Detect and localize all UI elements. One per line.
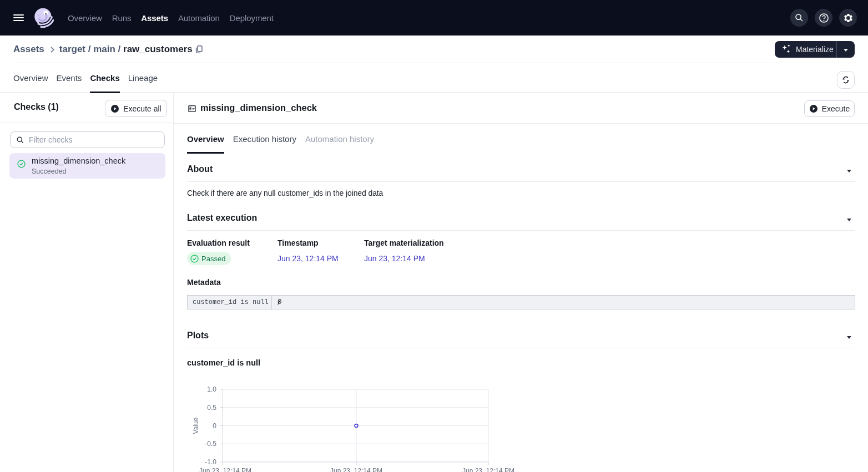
svg-text:-1.0: -1.0 [205,458,216,466]
svg-text:Jun 23, 12:14 PM: Jun 23, 12:14 PM [330,467,382,472]
svg-text:Jun 23, 12:14 PM: Jun 23, 12:14 PM [199,467,251,472]
svg-text:Jun 23, 12:14 PM: Jun 23, 12:14 PM [462,467,514,472]
svg-text:Value: Value [192,417,200,434]
svg-text:-0.5: -0.5 [205,440,216,448]
svg-text:0: 0 [213,422,216,430]
svg-text:0.5: 0.5 [207,404,216,412]
svg-text:1.0: 1.0 [207,385,216,393]
